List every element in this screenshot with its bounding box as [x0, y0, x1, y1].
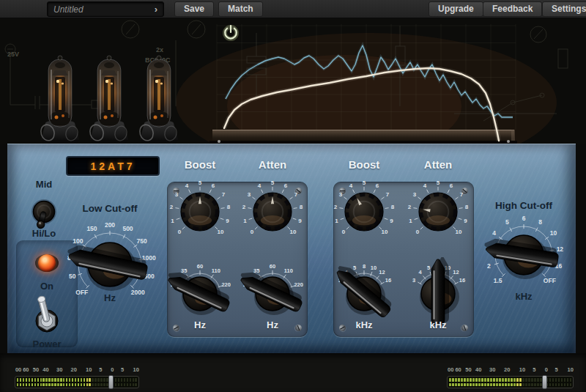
svg-text:0: 0 [416, 229, 420, 235]
svg-text:6: 6 [450, 182, 453, 189]
meter-scale-label: 50 [465, 366, 471, 373]
led-segment [558, 378, 560, 382]
svg-text:8: 8 [465, 204, 469, 210]
vacuum-tubes [39, 56, 178, 144]
preset-field[interactable]: Untitled › [47, 1, 164, 17]
svg-text:16: 16 [459, 277, 465, 284]
led-segment [121, 383, 122, 387]
led-segment [31, 378, 33, 382]
high-cutoff-unit: kHz [502, 291, 546, 302]
svg-text:200: 200 [105, 221, 115, 229]
led-segment [555, 383, 557, 387]
svg-text:1.5: 1.5 [494, 277, 502, 284]
led-segment [511, 383, 513, 387]
output-meter-left: 0060504030201050510 [15, 366, 139, 391]
settings-button[interactable]: Settings [542, 1, 586, 17]
upgrade-button[interactable]: Upgrade [429, 1, 483, 17]
led-segment [567, 378, 569, 382]
svg-text:5: 5 [271, 180, 275, 186]
led-segment [490, 383, 492, 387]
meter-scale-label: 5 [533, 366, 535, 373]
led-segment [558, 383, 560, 387]
led-segment [103, 383, 105, 387]
meter-scale-label: 30 [489, 366, 495, 373]
high-atten-knob[interactable]: 012345678910 [405, 179, 471, 245]
svg-text:6: 6 [212, 182, 215, 189]
led-segment [66, 383, 67, 387]
led-segment [127, 383, 128, 387]
led-segment [40, 383, 42, 387]
low-boost-label: Boost [171, 158, 229, 171]
led-segment [502, 383, 504, 387]
led-segment [127, 378, 128, 382]
meter-scale: 0060504030201050510 [15, 366, 139, 374]
svg-text:2x: 2x [156, 46, 163, 53]
led-segment [513, 383, 516, 387]
led-segment [100, 383, 102, 387]
led-segment [20, 383, 21, 387]
led-segment [537, 378, 539, 382]
save-button[interactable]: Save [174, 1, 214, 17]
meter-marker[interactable] [542, 375, 547, 389]
power-label: Power [21, 339, 73, 350]
led-segment [508, 383, 510, 387]
svg-text:110: 110 [212, 267, 220, 274]
svg-text:OFF: OFF [75, 289, 88, 296]
svg-text:8: 8 [538, 218, 542, 226]
led-segment [89, 378, 90, 382]
svg-text:3: 3 [412, 277, 415, 284]
svg-text:6: 6 [376, 182, 379, 189]
meter-scale-label: 10 [86, 366, 92, 373]
led-segment [23, 378, 24, 382]
led-segment [528, 378, 530, 382]
svg-text:4: 4 [423, 182, 427, 189]
led-segment [467, 383, 469, 387]
svg-text:5: 5 [199, 180, 202, 186]
meter-scale-label: 00 [15, 366, 21, 373]
svg-text:7: 7 [460, 191, 464, 198]
led-segment [60, 378, 62, 382]
led-segment [103, 378, 105, 382]
svg-text:2: 2 [487, 262, 491, 270]
led-segment [29, 383, 30, 387]
feedback-button[interactable]: Feedback [483, 1, 542, 17]
led-segment [470, 383, 472, 387]
led-segment [100, 378, 102, 382]
svg-text:1: 1 [335, 218, 338, 224]
svg-text:1: 1 [171, 218, 174, 224]
meter-scale-label: 00 [448, 366, 453, 373]
led-segment [561, 378, 563, 382]
match-button[interactable]: Match [218, 1, 263, 17]
led-meter [447, 376, 574, 388]
high-atten-freq-unit: kHz [416, 319, 460, 330]
meter-bar: 0060504030201050510 0060504030201050510 [0, 353, 586, 392]
eq-panel: 12AT7 Mid Hi/Lo On [7, 144, 576, 353]
led-segment [484, 383, 486, 387]
meter-scale-label: 10 [568, 366, 574, 373]
led-segment [525, 383, 527, 387]
led-segment [464, 378, 466, 382]
low-atten-knob[interactable]: 012345678910 [240, 179, 305, 245]
svg-text:8: 8 [300, 204, 303, 210]
svg-text:0: 0 [178, 229, 182, 235]
svg-text:110: 110 [284, 267, 293, 274]
led-segment [124, 383, 125, 387]
power-icon[interactable] [225, 26, 237, 39]
meter-scale-label: 10 [133, 366, 139, 373]
svg-text:2: 2 [334, 204, 338, 210]
led-segment [490, 378, 492, 382]
low-boost-knob[interactable]: 012345678910 [167, 179, 233, 245]
led-segment [97, 383, 99, 387]
low-atten-freq-unit: Hz [251, 319, 294, 330]
led-segment [564, 383, 566, 387]
led-segment [467, 378, 469, 382]
high-boost-knob[interactable]: 012345678910 [331, 179, 397, 245]
led-segment [124, 378, 125, 382]
led-segment [29, 378, 30, 382]
led-segment [516, 383, 519, 387]
led-segment [570, 378, 572, 382]
meter-marker[interactable] [108, 375, 114, 389]
led-segment [505, 378, 507, 382]
led-segment [51, 383, 53, 387]
preset-expand-icon[interactable]: › [155, 4, 157, 15]
